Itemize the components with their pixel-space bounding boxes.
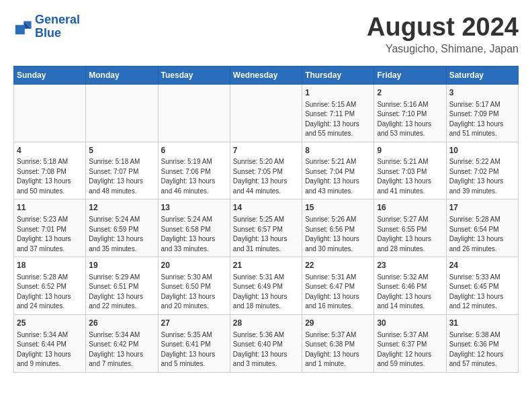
day-number: 14 [233, 202, 299, 214]
day-info: Sunrise: 5:37 AM Sunset: 6:37 PM Dayligh… [377, 330, 443, 369]
svg-rect-3 [15, 25, 25, 34]
weekday-header-wednesday: Wednesday [230, 66, 302, 84]
weekday-header-friday: Friday [374, 66, 446, 84]
day-info: Sunrise: 5:18 AM Sunset: 7:08 PM Dayligh… [17, 157, 83, 196]
calendar-cell: 19Sunrise: 5:29 AM Sunset: 6:51 PM Dayli… [86, 257, 158, 315]
day-number: 17 [449, 202, 515, 214]
day-info: Sunrise: 5:28 AM Sunset: 6:54 PM Dayligh… [449, 215, 515, 254]
day-info: Sunrise: 5:37 AM Sunset: 6:38 PM Dayligh… [305, 330, 371, 369]
day-number: 24 [449, 260, 515, 271]
day-info: Sunrise: 5:31 AM Sunset: 6:49 PM Dayligh… [233, 273, 299, 312]
calendar-cell: 7Sunrise: 5:20 AM Sunset: 7:05 PM Daylig… [230, 142, 302, 199]
calendar-cell [230, 84, 302, 142]
day-number: 31 [449, 318, 515, 329]
calendar-cell: 5Sunrise: 5:18 AM Sunset: 7:07 PM Daylig… [86, 142, 158, 199]
day-number: 25 [17, 318, 83, 329]
day-number: 18 [17, 260, 83, 271]
calendar-week-row: 11Sunrise: 5:23 AM Sunset: 7:01 PM Dayli… [14, 199, 519, 257]
calendar-cell: 25Sunrise: 5:34 AM Sunset: 6:44 PM Dayli… [14, 314, 86, 372]
calendar-cell: 11Sunrise: 5:23 AM Sunset: 7:01 PM Dayli… [14, 199, 86, 257]
day-number: 9 [377, 145, 443, 156]
day-number: 28 [233, 318, 299, 329]
day-info: Sunrise: 5:21 AM Sunset: 7:04 PM Dayligh… [305, 157, 371, 196]
calendar-table: SundayMondayTuesdayWednesdayThursdayFrid… [13, 66, 519, 373]
day-number: 20 [161, 260, 227, 271]
calendar-week-row: 4Sunrise: 5:18 AM Sunset: 7:08 PM Daylig… [14, 142, 519, 199]
logo-icon [13, 17, 32, 36]
calendar-cell: 6Sunrise: 5:19 AM Sunset: 7:06 PM Daylig… [158, 142, 230, 199]
calendar-cell [14, 84, 86, 142]
weekday-header-saturday: Saturday [446, 66, 518, 84]
day-number: 10 [449, 145, 515, 156]
day-number: 26 [89, 318, 154, 329]
day-info: Sunrise: 5:17 AM Sunset: 7:09 PM Dayligh… [449, 100, 515, 139]
location-subtitle: Yasugicho, Shimane, Japan [367, 43, 519, 55]
calendar-cell: 3Sunrise: 5:17 AM Sunset: 7:09 PM Daylig… [446, 84, 518, 142]
calendar-cell: 16Sunrise: 5:27 AM Sunset: 6:55 PM Dayli… [374, 199, 446, 257]
day-info: Sunrise: 5:16 AM Sunset: 7:10 PM Dayligh… [377, 100, 443, 139]
day-info: Sunrise: 5:23 AM Sunset: 7:01 PM Dayligh… [17, 215, 83, 254]
day-info: Sunrise: 5:21 AM Sunset: 7:03 PM Dayligh… [377, 157, 443, 196]
calendar-week-row: 18Sunrise: 5:28 AM Sunset: 6:52 PM Dayli… [14, 257, 519, 315]
day-info: Sunrise: 5:36 AM Sunset: 6:40 PM Dayligh… [233, 330, 299, 369]
logo: General Blue [13, 13, 80, 40]
logo-line1: General [35, 13, 80, 26]
day-info: Sunrise: 5:30 AM Sunset: 6:50 PM Dayligh… [161, 273, 227, 312]
calendar-cell: 31Sunrise: 5:38 AM Sunset: 6:36 PM Dayli… [446, 314, 518, 372]
day-info: Sunrise: 5:38 AM Sunset: 6:36 PM Dayligh… [449, 330, 515, 369]
calendar-cell [158, 84, 230, 142]
day-info: Sunrise: 5:15 AM Sunset: 7:11 PM Dayligh… [305, 100, 371, 139]
day-number: 29 [305, 318, 371, 329]
day-number: 27 [161, 318, 227, 329]
calendar-cell: 27Sunrise: 5:35 AM Sunset: 6:41 PM Dayli… [158, 314, 230, 372]
calendar-cell: 2Sunrise: 5:16 AM Sunset: 7:10 PM Daylig… [374, 84, 446, 142]
day-number: 22 [305, 260, 371, 271]
day-info: Sunrise: 5:24 AM Sunset: 6:58 PM Dayligh… [161, 215, 227, 254]
calendar-cell: 29Sunrise: 5:37 AM Sunset: 6:38 PM Dayli… [302, 314, 374, 372]
day-number: 30 [377, 318, 443, 329]
calendar-cell: 12Sunrise: 5:24 AM Sunset: 6:59 PM Dayli… [86, 199, 158, 257]
day-number: 12 [89, 202, 154, 214]
logo-text: General Blue [35, 13, 80, 40]
day-info: Sunrise: 5:32 AM Sunset: 6:46 PM Dayligh… [377, 273, 443, 312]
day-info: Sunrise: 5:31 AM Sunset: 6:47 PM Dayligh… [305, 273, 371, 312]
day-info: Sunrise: 5:33 AM Sunset: 6:45 PM Dayligh… [449, 273, 515, 312]
day-info: Sunrise: 5:22 AM Sunset: 7:02 PM Dayligh… [449, 157, 515, 196]
day-info: Sunrise: 5:34 AM Sunset: 6:42 PM Dayligh… [89, 330, 154, 369]
page-header: General Blue August 2024 Yasugicho, Shim… [13, 13, 519, 55]
day-info: Sunrise: 5:18 AM Sunset: 7:07 PM Dayligh… [89, 157, 154, 196]
calendar-cell: 15Sunrise: 5:26 AM Sunset: 6:56 PM Dayli… [302, 199, 374, 257]
calendar-cell: 1Sunrise: 5:15 AM Sunset: 7:11 PM Daylig… [302, 84, 374, 142]
calendar-cell: 9Sunrise: 5:21 AM Sunset: 7:03 PM Daylig… [374, 142, 446, 199]
calendar-cell: 23Sunrise: 5:32 AM Sunset: 6:46 PM Dayli… [374, 257, 446, 315]
calendar-cell: 30Sunrise: 5:37 AM Sunset: 6:37 PM Dayli… [374, 314, 446, 372]
day-number: 6 [161, 145, 227, 156]
day-info: Sunrise: 5:19 AM Sunset: 7:06 PM Dayligh… [161, 157, 227, 196]
calendar-cell: 28Sunrise: 5:36 AM Sunset: 6:40 PM Dayli… [230, 314, 302, 372]
day-info: Sunrise: 5:35 AM Sunset: 6:41 PM Dayligh… [161, 330, 227, 369]
day-info: Sunrise: 5:28 AM Sunset: 6:52 PM Dayligh… [17, 273, 83, 312]
calendar-cell: 10Sunrise: 5:22 AM Sunset: 7:02 PM Dayli… [446, 142, 518, 199]
calendar-cell [86, 84, 158, 142]
day-number: 8 [305, 145, 371, 156]
day-number: 7 [233, 145, 299, 156]
day-number: 19 [89, 260, 154, 271]
weekday-header-row: SundayMondayTuesdayWednesdayThursdayFrid… [14, 66, 519, 84]
calendar-cell: 22Sunrise: 5:31 AM Sunset: 6:47 PM Dayli… [302, 257, 374, 315]
calendar-cell: 13Sunrise: 5:24 AM Sunset: 6:58 PM Dayli… [158, 199, 230, 257]
calendar-week-row: 25Sunrise: 5:34 AM Sunset: 6:44 PM Dayli… [14, 314, 519, 372]
day-info: Sunrise: 5:27 AM Sunset: 6:55 PM Dayligh… [377, 215, 443, 254]
calendar-cell: 14Sunrise: 5:25 AM Sunset: 6:57 PM Dayli… [230, 199, 302, 257]
calendar-cell: 24Sunrise: 5:33 AM Sunset: 6:45 PM Dayli… [446, 257, 518, 315]
weekday-header-monday: Monday [86, 66, 158, 84]
title-area: August 2024 Yasugicho, Shimane, Japan [367, 13, 519, 55]
day-number: 5 [89, 145, 154, 156]
day-info: Sunrise: 5:34 AM Sunset: 6:44 PM Dayligh… [17, 330, 83, 369]
day-info: Sunrise: 5:24 AM Sunset: 6:59 PM Dayligh… [89, 215, 154, 254]
day-number: 3 [449, 87, 515, 99]
calendar-cell: 20Sunrise: 5:30 AM Sunset: 6:50 PM Dayli… [158, 257, 230, 315]
weekday-header-tuesday: Tuesday [158, 66, 230, 84]
day-info: Sunrise: 5:25 AM Sunset: 6:57 PM Dayligh… [233, 215, 299, 254]
day-info: Sunrise: 5:26 AM Sunset: 6:56 PM Dayligh… [305, 215, 371, 254]
month-year-title: August 2024 [367, 13, 519, 42]
